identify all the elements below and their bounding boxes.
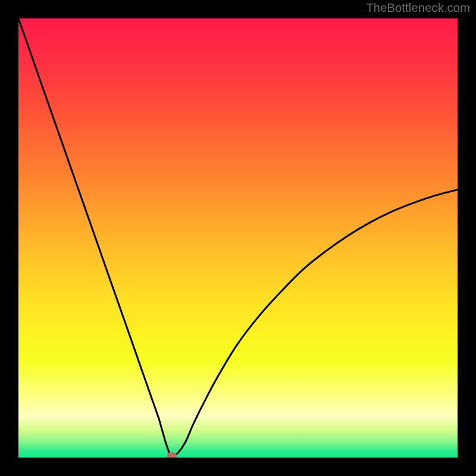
watermark-text: TheBottleneck.com (366, 1, 470, 15)
plot-area (18, 18, 458, 458)
optimum-marker (167, 453, 177, 458)
bottleneck-curve (18, 18, 458, 458)
chart-frame: TheBottleneck.com (0, 0, 476, 476)
